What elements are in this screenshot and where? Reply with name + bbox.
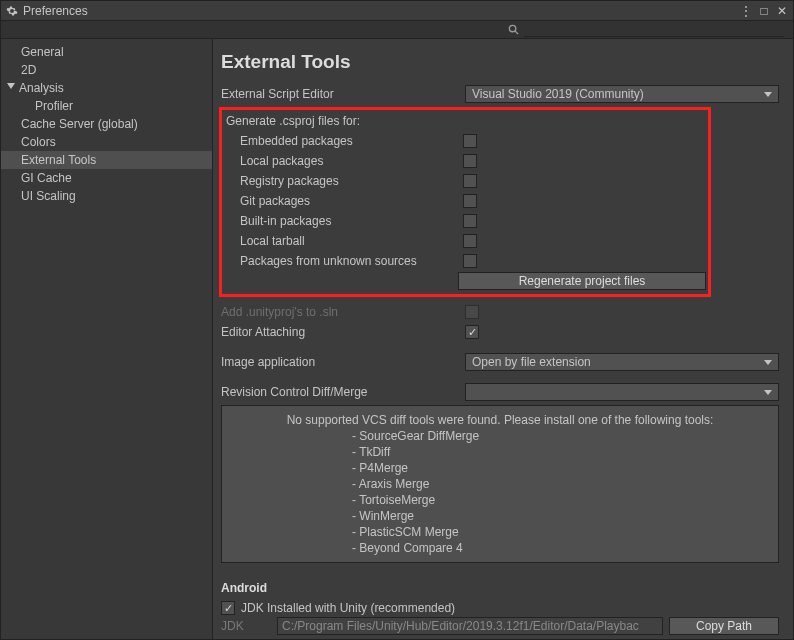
sidebar-item-general[interactable]: General: [1, 43, 212, 61]
image-app-label: Image application: [221, 355, 465, 369]
preferences-window: Preferences ⋮ □ ✕ General 2D Analysis Pr…: [0, 0, 794, 640]
editor-attaching-checkbox[interactable]: [465, 325, 479, 339]
csproj-git-checkbox[interactable]: [463, 194, 477, 208]
android-heading: Android: [221, 581, 779, 595]
maximize-icon[interactable]: □: [757, 4, 771, 18]
sidebar-item-cache-server[interactable]: Cache Server (global): [1, 115, 212, 133]
csproj-tarball-checkbox[interactable]: [463, 234, 477, 248]
close-icon[interactable]: ✕: [775, 4, 789, 18]
vcs-tool: - Beyond Compare 4: [352, 540, 768, 556]
searchbar: [1, 21, 793, 39]
sidebar-item-colors[interactable]: Colors: [1, 133, 212, 151]
unityproj-label: Add .unityproj's to .sln: [221, 305, 465, 319]
vcs-tool: - P4Merge: [352, 460, 768, 476]
svg-line-1: [514, 31, 517, 34]
csproj-item-label: Git packages: [226, 194, 463, 208]
sidebar-item-label: Analysis: [19, 81, 64, 95]
script-editor-dropdown[interactable]: Visual Studio 2019 (Community): [465, 85, 779, 103]
regenerate-button[interactable]: Regenerate project files: [458, 272, 706, 290]
window-menu-icon[interactable]: ⋮: [739, 4, 753, 18]
sidebar-item-gi-cache[interactable]: GI Cache: [1, 169, 212, 187]
jdk-installed-checkbox[interactable]: [221, 601, 235, 615]
csproj-embedded-checkbox[interactable]: [463, 134, 477, 148]
content-panel: External Tools External Script Editor Vi…: [213, 39, 793, 639]
csproj-item-label: Local packages: [226, 154, 463, 168]
script-editor-label: External Script Editor: [221, 87, 465, 101]
csproj-local-checkbox[interactable]: [463, 154, 477, 168]
titlebar: Preferences ⋮ □ ✕: [1, 1, 793, 21]
jdk-installed-label: JDK Installed with Unity (recommended): [241, 601, 455, 615]
sidebar-item-external-tools[interactable]: External Tools: [1, 151, 212, 169]
csproj-item-label: Built-in packages: [226, 214, 463, 228]
vcs-tool: - TortoiseMerge: [352, 492, 768, 508]
csproj-unknown-checkbox[interactable]: [463, 254, 477, 268]
csproj-item-label: Registry packages: [226, 174, 463, 188]
csproj-heading: Generate .csproj files for:: [226, 114, 470, 128]
search-icon: [506, 23, 520, 37]
sidebar-item-profiler[interactable]: Profiler: [1, 97, 212, 115]
vcs-tool: - WinMerge: [352, 508, 768, 524]
copy-path-button[interactable]: Copy Path: [669, 617, 779, 635]
csproj-highlight-box: Generate .csproj files for: Embedded pac…: [219, 107, 711, 297]
sidebar-item-analysis[interactable]: Analysis: [1, 79, 212, 97]
jdk-path-field: [277, 617, 663, 635]
window-title: Preferences: [23, 4, 739, 18]
sidebar: General 2D Analysis Profiler Cache Serve…: [1, 39, 213, 639]
sidebar-item-ui-scaling[interactable]: UI Scaling: [1, 187, 212, 205]
sidebar-item-2d[interactable]: 2D: [1, 61, 212, 79]
vcs-message: No supported VCS diff tools were found. …: [232, 412, 768, 428]
search-input[interactable]: [524, 22, 784, 37]
revision-control-dropdown[interactable]: [465, 383, 779, 401]
unityproj-checkbox: [465, 305, 479, 319]
vcs-tool: - SourceGear DiffMerge: [352, 428, 768, 444]
svg-point-0: [509, 25, 515, 31]
jdk-label: JDK: [221, 619, 271, 633]
image-app-dropdown[interactable]: Open by file extension: [465, 353, 779, 371]
csproj-item-label: Packages from unknown sources: [226, 254, 463, 268]
image-app-value: Open by file extension: [472, 355, 591, 369]
csproj-item-label: Local tarball: [226, 234, 463, 248]
gear-icon: [5, 4, 19, 18]
csproj-builtin-checkbox[interactable]: [463, 214, 477, 228]
editor-attaching-label: Editor Attaching: [221, 325, 465, 339]
chevron-down-icon: [7, 83, 15, 89]
vcs-tool: - Araxis Merge: [352, 476, 768, 492]
vcs-tool: - TkDiff: [352, 444, 768, 460]
csproj-item-label: Embedded packages: [226, 134, 463, 148]
script-editor-value: Visual Studio 2019 (Community): [472, 87, 644, 101]
revision-control-label: Revision Control Diff/Merge: [221, 385, 465, 399]
vcs-tool: - PlasticSCM Merge: [352, 524, 768, 540]
page-title: External Tools: [221, 51, 779, 73]
csproj-registry-checkbox[interactable]: [463, 174, 477, 188]
vcs-info-box: No supported VCS diff tools were found. …: [221, 405, 779, 563]
